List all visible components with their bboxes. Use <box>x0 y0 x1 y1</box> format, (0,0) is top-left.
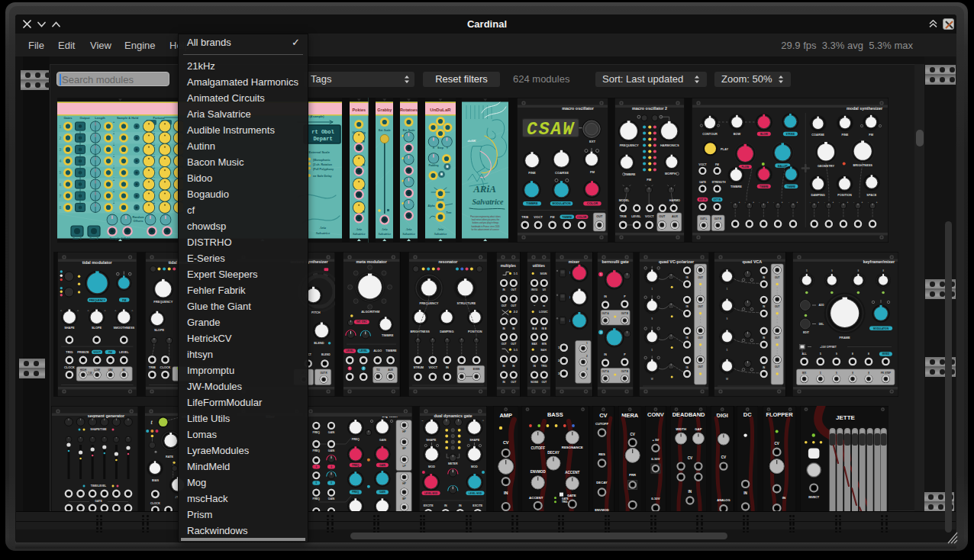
svg-text:DAMPING: DAMPING <box>811 193 824 197</box>
svg-text:BRIGHTNESS: BRIGHTNESS <box>853 163 872 167</box>
svg-text:-: - <box>789 201 789 204</box>
svg-text:+: + <box>153 132 155 135</box>
svg-text:CLOCK: CLOCK <box>63 365 74 369</box>
svg-text:OUT: OUT <box>698 365 702 369</box>
svg-text:METER: METER <box>448 462 458 465</box>
svg-text:macro oscillator 2: macro oscillator 2 <box>632 106 667 111</box>
svg-text:-: - <box>759 201 760 204</box>
svg-text:EXT IN: EXT IN <box>714 198 721 201</box>
svg-text:BLOW: BLOW <box>760 133 768 136</box>
svg-text:OUT: OUT <box>659 215 666 218</box>
svg-text:MODEL: MODEL <box>619 199 630 202</box>
svg-text:OUT: OUT <box>511 304 517 307</box>
svg-text:GAIN: GAIN <box>379 491 386 494</box>
svg-text:ALGO: ALGO <box>374 349 382 352</box>
svg-text:CLOCK: CLOCK <box>160 365 170 369</box>
svg-text:OUT: OUT <box>775 276 779 279</box>
svg-text:ALGORITHM: ALGORITHM <box>361 310 380 314</box>
svg-text:+: + <box>153 166 155 169</box>
svg-text:OUT: OUT <box>511 343 517 346</box>
svg-text:multiples: multiples <box>501 264 517 268</box>
svg-text:NOISE: NOISE <box>531 381 538 384</box>
svg-text:FREQUENCY: FREQUENCY <box>89 299 105 302</box>
svg-text:COLOR: COLOR <box>577 216 587 219</box>
svg-text:Salvatrice: Salvatrice <box>378 232 391 236</box>
svg-text:2: 2 <box>586 355 588 358</box>
svg-text:bernoulli gate: bernoulli gate <box>601 260 628 265</box>
svg-text:+: + <box>782 201 783 204</box>
svg-text:V/OCT: V/OCT <box>428 366 437 369</box>
svg-text:IN A: IN A <box>532 327 537 330</box>
svg-text:Sample & Hold: Sample & Hold <box>110 237 131 240</box>
svg-text:5: 5 <box>806 269 808 272</box>
svg-text:LOGIC: LOGIC <box>539 311 548 314</box>
svg-text:FREQUENCY: FREQUENCY <box>153 300 173 304</box>
svg-text:handmade in France since 2020: handmade in France since 2020 <box>471 225 500 228</box>
svg-text:TRIB: TRIB <box>521 216 528 219</box>
svg-text:V/OCT: V/OCT <box>534 216 543 219</box>
svg-text:IN: IN <box>763 306 765 309</box>
svg-text:OUT: OUT <box>502 304 507 307</box>
svg-text:8: 8 <box>852 352 853 356</box>
svg-text:MAX: MAX <box>531 343 537 346</box>
svg-text:CV: CV <box>774 443 779 446</box>
svg-text:INT. OSC: INT. OSC <box>356 321 367 324</box>
svg-text:5: 5 <box>60 170 62 175</box>
svg-text:CUTOFF: CUTOFF <box>531 446 546 450</box>
svg-text:FM: FM <box>589 170 595 174</box>
svg-text:Step: Step <box>437 146 444 150</box>
svg-text:GAIN: GAIN <box>379 464 386 467</box>
svg-text:2: 2 <box>600 331 601 334</box>
svg-text:PITCH: PITCH <box>311 311 320 314</box>
svg-text:IN: IN <box>685 366 688 369</box>
svg-text:5: 5 <box>819 352 821 356</box>
svg-text:1: 1 <box>727 288 728 291</box>
svg-text:GAIN: GAIN <box>379 439 386 442</box>
svg-text:TRIB: TRIB <box>620 215 627 218</box>
svg-text:1:1: 1:1 <box>514 349 518 352</box>
svg-text:+: + <box>818 201 819 204</box>
svg-text:-: - <box>773 201 774 204</box>
svg-text:TIMBRE: TIMBRE <box>730 185 742 188</box>
svg-text:OUT: OUT <box>541 381 547 384</box>
svg-text:BOW: BOW <box>734 132 741 136</box>
svg-text:+: + <box>113 155 114 158</box>
svg-text:POSITION: POSITION <box>468 330 482 333</box>
svg-text:CONTOUR: CONTOUR <box>702 132 718 136</box>
svg-text:JETTE: JETTE <box>836 414 856 421</box>
svg-text:OUT A: OUT A <box>601 313 609 316</box>
svg-text:OUT: OUT <box>698 336 702 340</box>
svg-text:CV: CV <box>630 433 635 436</box>
svg-text:Tree: Tree <box>447 211 452 214</box>
svg-text:IN: IN <box>459 504 462 507</box>
svg-text:l (4 sample): l (4 sample) <box>308 115 325 118</box>
svg-text:1: 1 <box>600 273 601 276</box>
svg-text:PRR: PRR <box>629 473 636 477</box>
svg-text:MALLET: MALLET <box>778 165 788 168</box>
svg-text:Precision engineering what it: Precision engineering what it does <box>470 215 501 218</box>
svg-text:quad VC-polarizer: quad VC-polarizer <box>659 260 695 265</box>
svg-text:FM: FM <box>647 178 651 182</box>
svg-text:FREQUENCY: FREQUENCY <box>419 301 438 305</box>
svg-text:CV: CV <box>502 440 508 445</box>
svg-text:OUT R: OUT R <box>320 372 327 375</box>
svg-text:RES: RES <box>598 452 605 456</box>
svg-text:GATE: GATE <box>699 181 707 184</box>
svg-text:TIMBRE: TIMBRE <box>787 185 796 188</box>
svg-text:IN: IN <box>685 306 688 309</box>
svg-text:FLOW: FLOW <box>742 166 749 169</box>
svg-text:MODULATION: MODULATION <box>552 202 570 205</box>
svg-text:modal synthesizer: modal synthesizer <box>847 106 883 111</box>
svg-text:MIN: MIN <box>542 343 547 346</box>
svg-text:W: W <box>650 378 653 381</box>
svg-text:^: ^ <box>104 310 105 313</box>
svg-text:IN: IN <box>604 295 607 298</box>
svg-text:3: 3 <box>60 147 62 152</box>
svg-text:FINE: FINE <box>528 171 536 175</box>
svg-text:(3 ch. Rotation: (3 ch. Rotation <box>313 163 332 166</box>
svg-text:RATE: RATE <box>166 455 174 459</box>
svg-text:TRIG: TRIG <box>541 365 547 368</box>
svg-text:STRENGTH: STRENGTH <box>711 181 726 184</box>
svg-text:CSAW: CSAW <box>526 120 574 140</box>
svg-text:+: + <box>753 201 754 204</box>
